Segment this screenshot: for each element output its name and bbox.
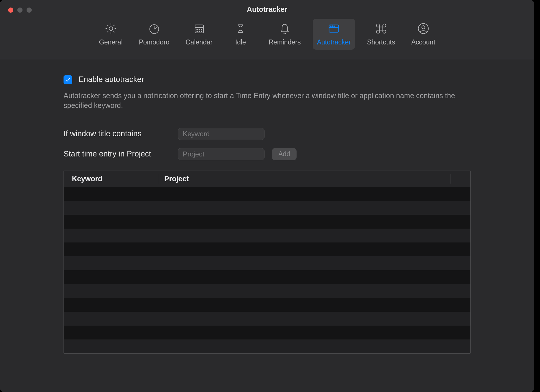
command-icon <box>374 22 388 36</box>
svg-point-7 <box>199 31 200 32</box>
enable-autotracker-label: Enable autotracker <box>79 75 144 84</box>
keyword-input[interactable] <box>178 128 265 140</box>
table-row[interactable] <box>64 270 470 284</box>
svg-point-10 <box>331 26 332 27</box>
tab-label: General <box>99 38 123 46</box>
preferences-window: Autotracker General <box>0 0 534 392</box>
autotracker-description: Autotracker sends you a notification off… <box>64 91 471 111</box>
user-icon <box>416 22 430 36</box>
svg-point-14 <box>422 26 425 29</box>
hourglass-icon <box>234 22 247 36</box>
add-button[interactable]: Add <box>272 148 297 160</box>
tab-autotracker[interactable]: Autotracker <box>313 19 355 50</box>
gear-icon <box>104 22 118 36</box>
table-row[interactable] <box>64 298 470 312</box>
table-row[interactable] <box>64 215 470 229</box>
svg-point-5 <box>201 29 202 30</box>
svg-point-4 <box>199 29 200 30</box>
table-row[interactable] <box>64 187 470 201</box>
table-row[interactable] <box>64 229 470 242</box>
table-header: Keyword Project <box>64 171 470 187</box>
tab-idle[interactable]: Idle <box>225 19 256 50</box>
table-row[interactable] <box>64 201 470 215</box>
project-input[interactable] <box>178 148 265 160</box>
keyword-label: If window title contains <box>64 129 170 138</box>
titlebar: Autotracker General <box>0 0 534 59</box>
tab-label: Idle <box>235 38 246 46</box>
timer-icon <box>147 22 161 36</box>
content-area: Enable autotracker Autotracker sends you… <box>0 59 534 365</box>
column-header-spacer <box>450 174 470 184</box>
table-row[interactable] <box>64 326 470 339</box>
tab-account[interactable]: Account <box>407 19 439 50</box>
table-body <box>64 187 470 353</box>
svg-point-8 <box>201 31 202 32</box>
project-label: Start time entry in Project <box>64 150 170 158</box>
keyword-row: If window title contains <box>64 128 471 140</box>
table-row[interactable] <box>64 242 470 256</box>
tab-label: Account <box>411 38 435 46</box>
svg-point-6 <box>197 31 198 32</box>
svg-point-3 <box>197 29 198 30</box>
table-row[interactable] <box>64 256 470 270</box>
table-row[interactable] <box>64 284 470 298</box>
svg-point-0 <box>109 27 113 31</box>
toolbar-tabs: General Pomodoro <box>0 19 534 50</box>
window-icon <box>327 22 341 36</box>
tab-label: Reminders <box>269 38 301 46</box>
table-row[interactable] <box>64 339 470 353</box>
tab-calendar[interactable]: Calendar <box>182 19 217 50</box>
bell-icon <box>278 22 292 36</box>
tab-general[interactable]: General <box>95 19 127 50</box>
column-header-project[interactable]: Project <box>159 174 450 184</box>
enable-autotracker-row: Enable autotracker <box>64 75 471 84</box>
svg-point-11 <box>332 26 333 27</box>
enable-autotracker-checkbox[interactable] <box>64 75 72 84</box>
calendar-icon <box>192 22 206 36</box>
tab-label: Pomodoro <box>139 38 170 46</box>
tab-label: Shortcuts <box>367 38 395 46</box>
tab-pomodoro[interactable]: Pomodoro <box>135 19 174 50</box>
tab-label: Calendar <box>186 38 213 46</box>
tab-label: Autotracker <box>317 38 351 46</box>
tab-reminders[interactable]: Reminders <box>265 19 305 50</box>
svg-point-12 <box>334 26 335 27</box>
window-title: Autotracker <box>0 5 534 14</box>
table-row[interactable] <box>64 312 470 326</box>
tab-shortcuts[interactable]: Shortcuts <box>363 19 399 50</box>
rules-table: Keyword Project <box>64 171 471 354</box>
column-header-keyword[interactable]: Keyword <box>64 174 159 184</box>
project-row: Start time entry in Project Add <box>64 148 471 160</box>
